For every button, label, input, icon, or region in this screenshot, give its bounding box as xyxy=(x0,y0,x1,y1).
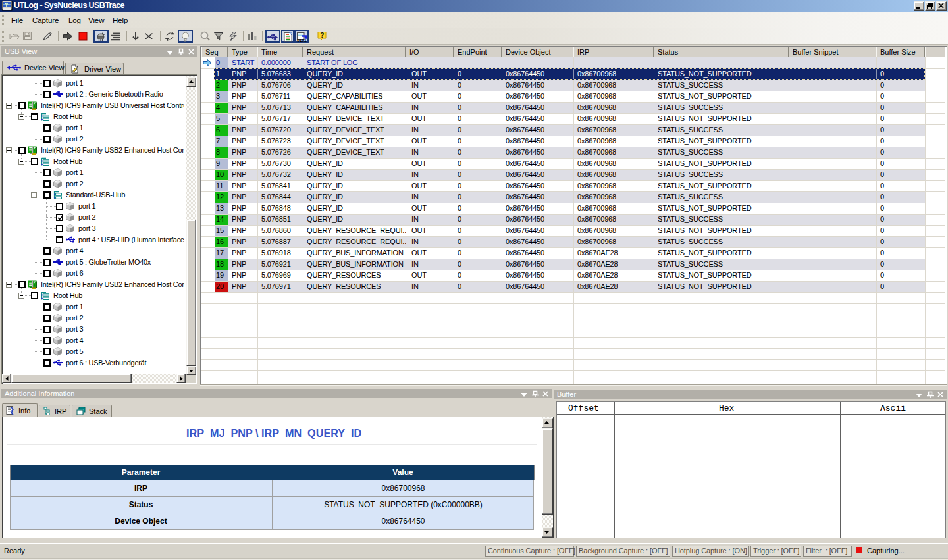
svg-text:0101: 0101 xyxy=(297,38,307,43)
svg-text:?: ? xyxy=(320,32,324,39)
